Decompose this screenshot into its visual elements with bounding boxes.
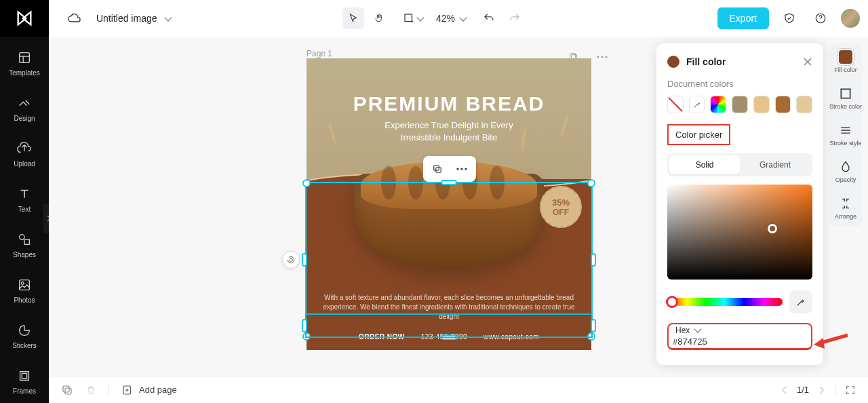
svg-point-13 <box>606 56 608 58</box>
hex-format-select[interactable]: Hex <box>669 326 791 335</box>
swatch-none[interactable] <box>667 96 684 113</box>
sidebar-item-design[interactable]: Design <box>14 96 35 122</box>
sidebar-item-templates[interactable]: Templates <box>9 50 40 77</box>
page-navigator: 1/1 <box>781 384 856 396</box>
resize-handle[interactable] <box>591 319 596 332</box>
svg-point-6 <box>21 282 24 284</box>
close-icon[interactable] <box>803 57 812 66</box>
sidebar-item-text[interactable]: Text <box>17 187 32 213</box>
droplet-icon <box>839 160 852 174</box>
app-logo[interactable] <box>0 0 49 37</box>
top-bar: Untitled image 42% Export <box>0 0 868 37</box>
document-title[interactable]: Untitled image <box>96 13 171 24</box>
hue-slider[interactable] <box>667 298 783 306</box>
swatch-eyedropper[interactable] <box>689 96 705 113</box>
add-page-button[interactable]: Add page <box>121 384 177 396</box>
doc-colors-row <box>667 96 812 113</box>
svg-point-12 <box>601 56 604 58</box>
zoom-control[interactable]: 42% <box>436 13 466 24</box>
crop-tool[interactable] <box>402 7 424 29</box>
headline-block: PREMIUM BREAD Experience True Delight in… <box>307 92 591 143</box>
rail-stroke-style[interactable]: Stroke style <box>829 123 861 147</box>
rotate-handle[interactable] <box>282 251 300 269</box>
page-more-icon[interactable] <box>591 46 613 68</box>
headline-text: PREMIUM BREAD <box>307 92 591 115</box>
fill-color-panel: Fill color Document colors Color picker … <box>656 43 823 365</box>
arrange-icon <box>839 197 852 210</box>
doc-colors-label: Document colors <box>667 79 812 89</box>
redo-button[interactable] <box>504 7 526 29</box>
svg-rect-4 <box>24 239 29 244</box>
svg-rect-0 <box>405 14 412 22</box>
svg-rect-21 <box>65 388 71 394</box>
undo-button[interactable] <box>478 7 500 29</box>
panel-title: Fill color <box>686 56 726 67</box>
more-options-icon[interactable] <box>453 160 471 178</box>
hex-input[interactable] <box>669 337 791 347</box>
sidebar-item-photos[interactable]: Photos <box>14 277 35 304</box>
svg-point-11 <box>597 56 599 58</box>
color-mode-tabs: Solid Gradient <box>667 153 812 176</box>
page-indicator: 1/1 <box>797 385 809 395</box>
rail-fill-color[interactable]: Fill color <box>834 50 857 73</box>
chevron-down-icon <box>692 326 701 335</box>
tab-solid[interactable]: Solid <box>669 155 740 174</box>
layers-icon[interactable] <box>61 384 73 396</box>
annotation-arrow <box>812 330 849 350</box>
design-canvas[interactable]: PREMIUM BREAD Experience True Delight in… <box>307 58 591 350</box>
discount-badge: 35%OFF <box>540 186 582 228</box>
swatch-doc-2[interactable] <box>753 96 770 113</box>
user-avatar[interactable] <box>841 9 860 28</box>
help-icon[interactable] <box>810 7 831 29</box>
square-outline-icon <box>839 87 852 100</box>
fullscreen-icon[interactable] <box>845 385 856 396</box>
hue-thumb[interactable] <box>666 296 678 308</box>
shield-icon[interactable] <box>778 7 800 29</box>
add-page-icon <box>121 384 134 396</box>
current-fill-swatch <box>667 56 679 68</box>
select-tool[interactable] <box>342 7 364 29</box>
zoom-value: 42% <box>436 13 455 24</box>
hand-tool[interactable] <box>368 7 390 29</box>
rail-arrange[interactable]: Arrange <box>835 197 856 220</box>
eyedropper-button[interactable] <box>789 290 812 313</box>
color-picker-label: Color picker <box>667 124 730 145</box>
svg-rect-5 <box>20 280 30 290</box>
swatch-doc-4[interactable] <box>796 96 812 113</box>
rail-opacity[interactable]: Opacity <box>835 160 856 183</box>
sidebar-item-shapes[interactable]: Shapes <box>13 232 36 258</box>
right-property-rail: Fill color Stroke color Stroke style Opa… <box>829 43 863 227</box>
rail-stroke-color[interactable]: Stroke color <box>829 87 862 110</box>
hex-input-row: Hex <box>667 323 812 350</box>
trash-icon[interactable] <box>85 385 96 396</box>
toolbar-right: Export <box>717 7 860 29</box>
svg-rect-8 <box>22 373 26 378</box>
swatch-doc-3[interactable] <box>775 96 791 113</box>
svg-point-18 <box>465 168 467 170</box>
svg-point-17 <box>460 168 462 170</box>
saturation-box[interactable] <box>667 185 812 280</box>
svg-rect-2 <box>20 53 30 63</box>
resize-handle[interactable] <box>591 253 596 267</box>
sidebar-item-stickers[interactable]: Stickers <box>12 323 37 349</box>
svg-point-3 <box>20 235 24 239</box>
sidebar-item-frames[interactable]: Frames <box>13 368 36 395</box>
export-button[interactable]: Export <box>717 7 769 29</box>
prev-page-icon[interactable] <box>781 385 787 395</box>
swatch-doc-1[interactable] <box>732 96 748 113</box>
chevron-down-icon <box>415 12 423 24</box>
chevron-down-icon <box>458 13 466 24</box>
left-sidebar: Templates Design Upload Text Shapes Phot… <box>0 37 49 403</box>
cta-row: ORDER NOW 123-456-7890 www.capcut.com <box>307 333 591 341</box>
svg-rect-19 <box>841 89 850 98</box>
fill-swatch-icon <box>839 50 852 64</box>
tab-gradient[interactable]: Gradient <box>740 155 810 174</box>
copy-style-icon[interactable] <box>429 160 446 178</box>
swatch-picker[interactable] <box>710 96 726 113</box>
cloud-sync-icon[interactable] <box>64 7 85 29</box>
next-page-icon[interactable] <box>818 385 825 395</box>
sidebar-item-upload[interactable]: Upload <box>14 141 35 168</box>
chevron-down-icon <box>163 13 171 24</box>
document-title-text: Untitled image <box>96 13 157 24</box>
saturation-cursor[interactable] <box>768 224 777 233</box>
